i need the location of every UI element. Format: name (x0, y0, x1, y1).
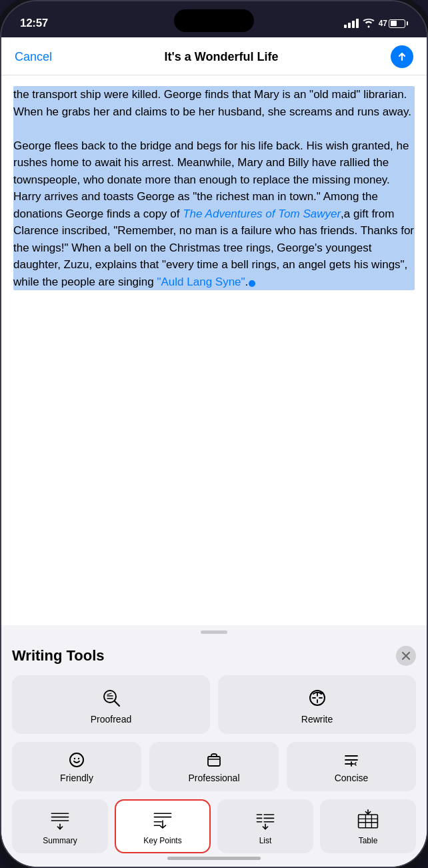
writing-tools-close-button[interactable] (396, 646, 416, 666)
concise-label: Concise (335, 773, 369, 783)
writing-tools-panel: Writing Tools Proof (1, 636, 427, 867)
top-bar: Cancel It's a Wonderful Life (1, 37, 427, 75)
svg-line-1 (115, 701, 119, 706)
professional-button[interactable]: Professional (149, 742, 279, 791)
key-points-label: Key Points (143, 836, 181, 845)
auld-lang-syne-link: "Auld Lang Syne" (157, 276, 245, 288)
concise-icon (343, 751, 360, 769)
key-points-icon (151, 809, 175, 833)
list-icon (253, 809, 277, 833)
status-time: 12:57 (20, 17, 48, 30)
key-points-button[interactable]: Key Points (115, 799, 211, 853)
list-button[interactable]: List (217, 799, 313, 853)
status-icons: 47 (344, 19, 408, 28)
svg-point-6 (70, 753, 83, 767)
table-button[interactable]: Table (320, 799, 416, 853)
concise-button[interactable]: Concise (287, 742, 416, 791)
cancel-button[interactable]: Cancel (15, 50, 52, 64)
svg-rect-32 (359, 815, 378, 828)
summary-button[interactable]: Summary (12, 799, 108, 853)
rewrite-icon (307, 687, 328, 709)
proofread-icon (101, 687, 122, 709)
friendly-label: Friendly (60, 773, 93, 783)
list-label: List (259, 836, 272, 845)
selected-text: the transport ship were killed. George f… (13, 86, 415, 290)
table-label: Table (359, 836, 378, 845)
summary-label: Summary (43, 836, 77, 845)
send-button[interactable] (391, 45, 413, 68)
screen: Cancel It's a Wonderful Life the transpo… (1, 37, 427, 867)
svg-point-8 (78, 758, 79, 759)
dynamic-island (174, 9, 254, 32)
drag-handle-bar (201, 630, 227, 634)
paragraph-2-close: . (245, 276, 249, 288)
svg-rect-9 (208, 757, 220, 766)
svg-point-7 (74, 758, 75, 759)
text-content-area: the transport ship were killed. George f… (1, 75, 427, 625)
rewrite-button[interactable]: Rewrite (218, 675, 416, 734)
table-icon (356, 809, 380, 833)
svg-line-4 (107, 693, 111, 695)
home-indicator (167, 857, 261, 860)
paragraph-1: the transport ship were killed. George f… (13, 88, 411, 118)
signal-icon (344, 19, 359, 28)
battery-icon: 47 (379, 19, 408, 28)
send-icon (397, 51, 407, 62)
wifi-icon (363, 19, 375, 28)
friendly-icon (68, 751, 85, 769)
italic-book-link: The Adventures of Tom Sawyer (183, 207, 341, 220)
professional-icon (205, 751, 223, 769)
tools-row-1: Proofread Rewrite (12, 675, 416, 734)
proofread-button[interactable]: Proofread (12, 675, 210, 734)
close-icon (402, 652, 410, 660)
summary-icon (48, 809, 72, 833)
tools-row-2: Friendly Professional (12, 742, 416, 791)
professional-label: Professional (188, 773, 239, 783)
rewrite-label: Rewrite (301, 714, 333, 725)
text-cursor (249, 280, 255, 287)
drag-handle[interactable] (1, 625, 427, 636)
document-title: It's a Wonderful Life (165, 50, 279, 64)
writing-tools-title: Writing Tools (12, 647, 105, 665)
friendly-button[interactable]: Friendly (12, 742, 141, 791)
phone-shell: 12:57 47 (0, 0, 428, 868)
tools-row-3: Summary Key Points (12, 799, 416, 853)
writing-tools-header: Writing Tools (12, 636, 416, 675)
battery-level: 47 (379, 19, 387, 28)
proofread-label: Proofread (91, 714, 131, 725)
